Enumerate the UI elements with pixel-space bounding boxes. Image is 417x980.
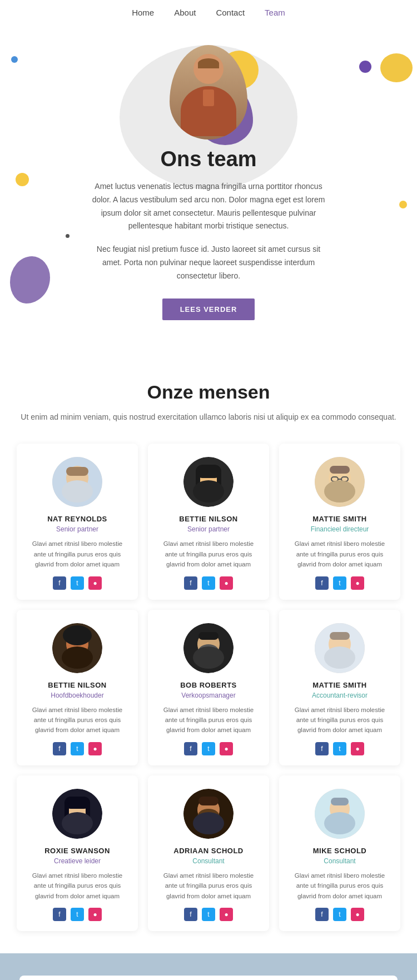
facebook-icon[interactable]: f bbox=[184, 742, 197, 755]
card-desc: Glavi amet ritnisl libero molestie ante … bbox=[26, 870, 129, 901]
svg-rect-38 bbox=[198, 797, 219, 805]
card-avatar bbox=[183, 457, 234, 507]
card-avatar bbox=[315, 457, 365, 507]
twitter-icon[interactable]: t bbox=[202, 908, 215, 921]
card-name: MATTIE SMITH bbox=[288, 681, 391, 689]
team-card: BETTIE NILSON Senior partner Glavi amet … bbox=[148, 444, 269, 599]
card-name: MIKE SCHOLD bbox=[288, 847, 391, 855]
team-section-subtitle: Ut enim ad minim veniam, quis nostrud ex… bbox=[17, 411, 400, 424]
main-nav: Home About Contact Team bbox=[0, 0, 417, 23]
facebook-icon[interactable]: f bbox=[53, 576, 66, 590]
instagram-icon[interactable]: ● bbox=[88, 742, 102, 755]
card-avatar bbox=[52, 623, 102, 673]
instagram-icon[interactable]: ● bbox=[88, 908, 102, 921]
card-role: Financieel directeur bbox=[288, 525, 391, 533]
card-role: Consultant bbox=[157, 857, 260, 865]
card-avatar bbox=[183, 623, 234, 673]
twitter-icon[interactable]: t bbox=[71, 576, 84, 590]
hero-text-2: Nec feugiat nisl pretium fusce id. Justo… bbox=[92, 243, 325, 282]
card-avatar bbox=[315, 789, 365, 839]
card-socials: f t ● bbox=[288, 908, 391, 921]
card-name: ADRIAAN SCHOLD bbox=[157, 847, 260, 855]
svg-point-16 bbox=[324, 480, 355, 503]
instagram-icon[interactable]: ● bbox=[220, 576, 233, 590]
twitter-icon[interactable]: t bbox=[333, 742, 346, 755]
instagram-icon[interactable]: ● bbox=[351, 742, 364, 755]
card-role: Accountant-revisor bbox=[288, 692, 391, 699]
instagram-icon[interactable]: ● bbox=[351, 908, 364, 921]
cta-inner: Heb je een nieuw project? Bel ons voor s… bbox=[19, 976, 398, 980]
avatar-head bbox=[193, 54, 224, 84]
hero-content: Ons team Amet luctus venenatis lectus ma… bbox=[11, 147, 406, 320]
team-card: NAT REYNOLDS Senior partner Glavi amet r… bbox=[17, 444, 138, 599]
team-card: MIKE SCHOLD Consultant Glavi amet ritnis… bbox=[279, 775, 400, 931]
card-desc: Glavi amet ritnisl libero molestie ante … bbox=[157, 870, 260, 901]
twitter-icon[interactable]: t bbox=[71, 742, 84, 755]
hero-section: Ons team Amet luctus venenatis lectus ma… bbox=[0, 23, 417, 354]
card-avatar bbox=[52, 789, 102, 839]
card-desc: Glavi amet ritnisl libero molestie ante … bbox=[288, 705, 391, 735]
deco-dot-purple-tr bbox=[359, 61, 371, 73]
facebook-icon[interactable]: f bbox=[53, 908, 66, 921]
facebook-icon[interactable]: f bbox=[184, 576, 197, 590]
card-socials: f t ● bbox=[288, 576, 391, 590]
instagram-icon[interactable]: ● bbox=[351, 576, 364, 590]
svg-rect-28 bbox=[330, 632, 350, 640]
deco-blob-yellow-tr bbox=[380, 53, 413, 82]
card-name: BOB ROBERTS bbox=[157, 681, 260, 689]
card-role: Verkoopsmanager bbox=[157, 692, 260, 699]
instagram-icon[interactable]: ● bbox=[220, 908, 233, 921]
facebook-icon[interactable]: f bbox=[315, 742, 329, 755]
card-avatar bbox=[52, 457, 102, 507]
card-role: Creatieve leider bbox=[26, 857, 129, 865]
card-socials: f t ● bbox=[157, 576, 260, 590]
twitter-icon[interactable]: t bbox=[333, 908, 346, 921]
twitter-icon[interactable]: t bbox=[202, 742, 215, 755]
hero-text-1: Amet luctus venenatis lectus magna fring… bbox=[92, 180, 325, 233]
twitter-icon[interactable]: t bbox=[333, 576, 346, 590]
svg-point-25 bbox=[193, 646, 224, 669]
cta-section: Heb je een nieuw project? Bel ons voor s… bbox=[0, 953, 417, 980]
lees-verder-button[interactable]: LEES VERDER bbox=[162, 299, 255, 320]
card-avatar bbox=[315, 623, 365, 673]
team-card: MATTIE SMITH Accountant-revisor Glavi am… bbox=[279, 610, 400, 765]
facebook-icon[interactable]: f bbox=[184, 908, 197, 921]
svg-point-9 bbox=[193, 480, 224, 503]
card-desc: Glavi amet ritnisl libero molestie ante … bbox=[26, 539, 129, 569]
facebook-icon[interactable]: f bbox=[53, 742, 66, 755]
hero-title: Ons team bbox=[11, 147, 406, 171]
nav-contact[interactable]: Contact bbox=[216, 8, 245, 17]
instagram-icon[interactable]: ● bbox=[88, 576, 102, 590]
nav-home[interactable]: Home bbox=[132, 8, 154, 17]
svg-rect-23 bbox=[198, 632, 219, 640]
card-desc: Glavi amet ritnisl libero molestie ante … bbox=[288, 539, 391, 569]
twitter-icon[interactable]: t bbox=[202, 576, 215, 590]
nav-team[interactable]: Team bbox=[265, 8, 285, 17]
card-name: ROXIE SWANSON bbox=[26, 847, 129, 855]
facebook-icon[interactable]: f bbox=[315, 908, 329, 921]
team-section-title: Onze mensen bbox=[17, 381, 400, 403]
team-section: Onze mensen Ut enim ad minim veniam, qui… bbox=[0, 354, 417, 953]
card-desc: Glavi amet ritnisl libero molestie ante … bbox=[157, 539, 260, 569]
card-socials: f t ● bbox=[157, 908, 260, 921]
facebook-icon[interactable]: f bbox=[315, 576, 329, 590]
avatar-torso bbox=[181, 86, 236, 136]
twitter-icon[interactable]: t bbox=[71, 908, 84, 921]
instagram-icon[interactable]: ● bbox=[220, 742, 233, 755]
card-socials: f t ● bbox=[26, 742, 129, 755]
svg-point-20 bbox=[62, 646, 93, 669]
card-socials: f t ● bbox=[157, 742, 260, 755]
nav-about[interactable]: About bbox=[174, 8, 196, 17]
team-card: ROXIE SWANSON Creatieve leider Glavi ame… bbox=[17, 775, 138, 931]
svg-point-29 bbox=[324, 646, 355, 669]
card-role: Consultant bbox=[288, 857, 391, 865]
card-role: Senior partner bbox=[26, 525, 129, 533]
team-card: BETTIE NILSON Hoofdboekhouder Glavi amet… bbox=[17, 610, 138, 765]
card-avatar bbox=[183, 789, 234, 839]
team-card: ADRIAAN SCHOLD Consultant Glavi amet rit… bbox=[148, 775, 269, 931]
svg-rect-12 bbox=[330, 466, 350, 474]
svg-point-35 bbox=[62, 812, 93, 834]
hero-avatar-wrap bbox=[170, 45, 247, 140]
card-name: BETTIE NILSON bbox=[157, 515, 260, 523]
svg-rect-43 bbox=[331, 798, 349, 805]
